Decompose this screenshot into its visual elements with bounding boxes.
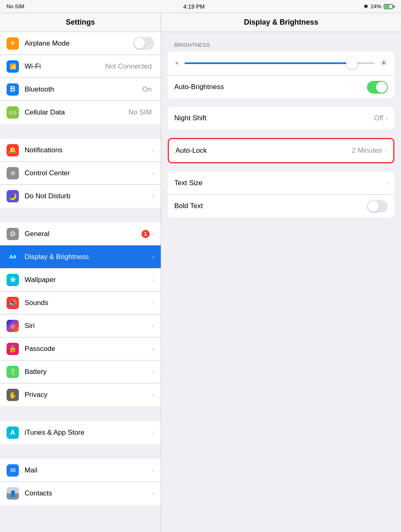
wifi-value: Not Connected: [105, 62, 152, 71]
sidebar-item-sounds[interactable]: 🔊 Sounds ›: [0, 291, 161, 314]
brightness-slider-thumb[interactable]: [346, 57, 358, 69]
sidebar-item-control-center[interactable]: ⊞ Control Center ›: [0, 162, 161, 185]
brightness-slider-row[interactable]: ☀ ☀: [168, 51, 394, 76]
bold-text-toggle[interactable]: [367, 200, 388, 213]
sidebar-item-siri[interactable]: ◎ Siri ›: [0, 314, 161, 337]
mail-label: Mail: [25, 466, 152, 475]
siri-chevron: ›: [152, 322, 154, 330]
detail-header: Display & Brightness: [161, 13, 401, 32]
battery-chevron: ›: [152, 368, 154, 376]
sidebar-item-privacy[interactable]: ✋ Privacy ›: [0, 383, 161, 406]
do-not-disturb-icon: 🌙: [7, 190, 19, 202]
sidebar-item-general[interactable]: ⚙ General 1 ›: [0, 222, 161, 245]
sidebar-item-mail[interactable]: ✉ Mail ›: [0, 459, 161, 482]
detail-title: Display & Brightness: [244, 18, 318, 26]
detail-content: BRIGHTNESS ☀ ☀ Auto-Brightness: [161, 32, 401, 532]
control-center-icon: ⊞: [7, 167, 19, 179]
cellular-icon: ((·)): [7, 106, 19, 119]
auto-lock-value: 2 Minutes: [352, 147, 382, 155]
sidebar-item-display[interactable]: AA Display & Brightness ›: [0, 245, 161, 268]
cellular-label: Cellular Data: [25, 108, 128, 117]
sidebar-item-cellular[interactable]: ((·)) Cellular Data No SIM: [0, 101, 161, 124]
do-not-disturb-label: Do Not Disturb: [25, 192, 152, 200]
general-label: General: [25, 230, 141, 238]
carrier-label: No SIM: [7, 3, 24, 9]
auto-brightness-row: Auto-Brightness: [168, 76, 394, 99]
mail-chevron: ›: [152, 467, 154, 474]
store-section: A iTunes & App Store ›: [0, 421, 161, 444]
general-chevron: ›: [152, 230, 154, 238]
display-chevron: ›: [152, 253, 154, 261]
gap-1: [0, 124, 161, 139]
connectivity-section: ✈ Airplane Mode 📶 Wi-Fi Not Connected B …: [0, 32, 161, 124]
night-shift-row[interactable]: Night Shift Off ›: [168, 107, 394, 130]
wallpaper-label: Wallpaper: [25, 276, 152, 284]
sidebar-item-battery[interactable]: 🔋 Battery ›: [0, 360, 161, 383]
gap-3: [0, 406, 161, 421]
notifications-label: Notifications: [25, 146, 152, 154]
auto-brightness-toggle[interactable]: [367, 81, 388, 94]
text-size-row[interactable]: Text Size ›: [168, 172, 394, 195]
status-bar: No SIM 4:19 PM ✱ 24%: [0, 0, 401, 13]
passcode-chevron: ›: [152, 345, 154, 353]
general-icon: ⚙: [7, 228, 19, 240]
bold-text-row: Bold Text: [168, 195, 394, 218]
text-size-chevron: ›: [386, 179, 388, 187]
itunes-label: iTunes & App Store: [25, 429, 152, 437]
contacts-icon: 👤: [7, 487, 19, 500]
settings-header: Settings: [0, 13, 161, 32]
sidebar-item-wifi[interactable]: 📶 Wi-Fi Not Connected: [0, 55, 161, 78]
passcode-icon: 🔒: [7, 343, 19, 355]
display-label: Display & Brightness: [25, 253, 152, 261]
bluetooth-value: On: [142, 85, 152, 94]
airplane-mode-label: Airplane Mode: [25, 39, 133, 48]
settings-title: Settings: [66, 18, 95, 26]
sidebar-item-bluetooth[interactable]: B Bluetooth On: [0, 78, 161, 101]
battery-icon: [384, 4, 394, 9]
gap-2: [0, 208, 161, 222]
preferences-section: ⚙ General 1 › AA Display & Brightness › …: [0, 222, 161, 406]
detail-panel: Display & Brightness BRIGHTNESS ☀ ☀ Auto…: [161, 13, 401, 532]
battery-settings-icon: 🔋: [7, 366, 19, 378]
display-icon: AA: [7, 251, 19, 263]
sidebar-item-notifications[interactable]: 🔔 Notifications ›: [0, 139, 161, 162]
bluetooth-label: Bluetooth: [25, 85, 142, 94]
apps-section: ✉ Mail › 👤 Contacts ›: [0, 459, 161, 505]
cellular-value: No SIM: [128, 108, 152, 117]
text-size-label: Text Size: [174, 179, 386, 187]
contacts-chevron: ›: [152, 490, 154, 497]
battery-label: Battery: [25, 368, 152, 376]
auto-lock-chevron: ›: [385, 147, 387, 154]
itunes-chevron: ›: [152, 429, 154, 436]
sidebar-item-wallpaper[interactable]: ❋ Wallpaper ›: [0, 268, 161, 291]
brightness-card: ☀ ☀ Auto-Brightness: [168, 51, 394, 99]
wallpaper-icon: ❋: [7, 274, 19, 286]
sidebar-item-contacts[interactable]: 👤 Contacts ›: [0, 482, 161, 505]
siri-icon: ◎: [7, 320, 19, 332]
airplane-mode-toggle[interactable]: [133, 37, 154, 50]
sidebar-item-itunes[interactable]: A iTunes & App Store ›: [0, 421, 161, 444]
system-section: 🔔 Notifications › ⊞ Control Center › 🌙 D…: [0, 139, 161, 208]
sounds-icon: 🔊: [7, 297, 19, 309]
control-center-label: Control Center: [25, 169, 152, 177]
airplane-mode-icon: ✈: [7, 37, 19, 50]
general-badge: 1: [141, 230, 150, 238]
sidebar-item-airplane-mode[interactable]: ✈ Airplane Mode: [0, 32, 161, 55]
notifications-icon: 🔔: [7, 144, 19, 156]
settings-panel: Settings ✈ Airplane Mode 📶 Wi-Fi Not Con…: [0, 13, 161, 532]
bold-text-label: Bold Text: [174, 202, 367, 210]
do-not-disturb-chevron: ›: [152, 193, 154, 200]
privacy-label: Privacy: [25, 391, 152, 399]
notifications-chevron: ›: [152, 147, 154, 154]
sidebar-item-do-not-disturb[interactable]: 🌙 Do Not Disturb ›: [0, 185, 161, 208]
sidebar-item-passcode[interactable]: 🔒 Passcode ›: [0, 337, 161, 360]
sounds-label: Sounds: [25, 299, 152, 307]
bluetooth-icon: ✱: [364, 3, 368, 9]
time-label: 4:19 PM: [183, 3, 205, 10]
auto-lock-row[interactable]: Auto-Lock 2 Minutes ›: [169, 139, 393, 162]
contacts-label: Contacts: [25, 489, 152, 498]
wifi-icon: 📶: [7, 60, 19, 73]
mail-icon: ✉: [7, 464, 19, 477]
privacy-chevron: ›: [152, 391, 154, 399]
brightness-slider-track[interactable]: [185, 62, 375, 64]
